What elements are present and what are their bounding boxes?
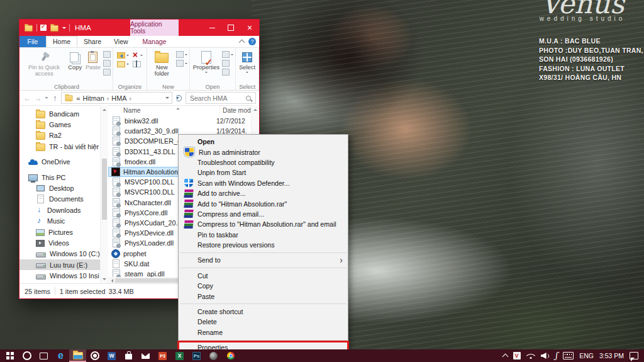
taskbar-start-button[interactable] [1,349,18,362]
tab-home[interactable]: Home [46,36,77,47]
menu-item-copy[interactable]: Copy [179,281,348,291]
sidebar-scrollbar[interactable] [100,105,108,284]
column-header-name[interactable]: Name [108,105,220,116]
sidebar-item-documents[interactable]: Documents [19,194,100,205]
menu-item-run-as-administrator[interactable]: Run as administrator [179,147,348,157]
scroll-down-icon[interactable] [103,278,106,282]
sidebar-item-pictures[interactable]: Pictures [19,227,100,237]
address-dropdown-icon[interactable] [165,97,169,101]
menu-item-restore-previous-versions[interactable]: Restore previous versions [179,240,348,250]
sidebar-item-bandicam[interactable]: Bandicam [19,108,100,119]
taskbar-task-view-button[interactable] [35,349,52,362]
menu-item-cut[interactable]: Cut [179,271,348,281]
scroll-up-icon[interactable] [253,107,257,111]
taskbar-mail-button[interactable] [137,349,154,362]
tray-volume[interactable] [541,352,550,359]
tab-manage[interactable]: Manage [130,36,179,47]
minimize-button[interactable] [203,20,221,36]
application-tools-tab[interactable]: Application Tools [130,20,179,36]
sidebar-item-desktop[interactable]: Desktop [19,183,100,193]
taskbar-cortana-button[interactable] [18,349,35,362]
breadcrumb-root[interactable]: « [76,94,80,102]
menu-item-pin-to-taskbar[interactable]: Pin to taskbar [179,230,348,240]
qat-newfolder-icon[interactable] [50,25,58,31]
scroll-left-icon[interactable] [109,279,113,283]
menu-item-scan-with-windows-defender[interactable]: Scan with Windows Defender... [179,178,348,188]
new-folder-button[interactable]: New folder [149,50,175,77]
easy-access-button[interactable] [176,60,187,67]
back-button[interactable]: ← [23,94,31,103]
tray-clock[interactable]: 3:53 PM [599,352,624,359]
paste-button[interactable]: Paste [84,50,102,71]
sidebar-item-music[interactable]: Music [19,216,100,227]
breadcrumb[interactable]: « Hitman › HMA › [61,92,172,104]
help-icon[interactable]: ? [248,38,256,45]
scroll-up-icon[interactable] [103,107,106,111]
sidebar-item-windows-10-c[interactable]: Windows 10 (C:) [19,249,100,259]
tray-hidden-icons-chevron[interactable] [503,353,508,359]
qat-properties-icon[interactable] [40,25,47,31]
sidebar-item-videos[interactable]: Videos [19,237,100,248]
collapse-ribbon-icon[interactable] [239,40,245,46]
taskbar-file-explorer-button[interactable] [69,349,86,362]
sidebar-item-tr-b-i-vi-t-hi-r[interactable]: TR - bài viết hiệr [19,141,100,152]
sidebar-item-onedrive[interactable]: OneDrive [19,157,100,167]
sidebar-item-windows-10-insi[interactable]: Windows 10 Insi [19,270,100,281]
recent-locations-icon[interactable] [45,97,48,101]
sidebar-item-ra2[interactable]: Ra2 [19,130,100,141]
new-item-button[interactable] [176,51,187,58]
maximize-button[interactable] [221,20,240,36]
close-button[interactable]: × [240,20,259,36]
edit-icon[interactable] [222,60,230,67]
taskbar-powerpoint-button[interactable]: P3 [154,349,171,362]
qat-folder-icon[interactable] [25,25,33,31]
menu-item-send-to[interactable]: Send to› [179,255,348,265]
taskbar-excel-button[interactable]: X [171,349,188,362]
forward-button[interactable]: → [33,94,42,103]
taskbar-edge-button[interactable]: e [52,349,69,362]
taskbar-store-button[interactable] [120,349,137,362]
menu-item-paste[interactable]: Paste [179,291,348,301]
tray-touch-keyboard[interactable] [563,352,574,359]
open-button[interactable] [222,51,233,58]
menu-item-add-to-hitman-absolution-rar[interactable]: Add to "Hitman Absolution.rar" [179,198,348,208]
sidebar-item-games[interactable]: Games [19,119,100,130]
scrollbar-thumb[interactable] [102,159,107,220]
taskbar-bandicam-button[interactable] [86,349,103,362]
pin-to-quick-access-button[interactable]: Pin to Quick access [23,50,65,77]
title-bar[interactable]: HMA Application Tools × [19,20,259,36]
paste-shortcut-icon[interactable] [103,69,111,76]
select-button[interactable]: Select [238,50,257,75]
tab-file[interactable]: File [19,36,46,47]
copy-to-button[interactable] [117,61,129,67]
copy-path-icon[interactable] [103,60,111,67]
menu-item-delete[interactable]: Delete [179,317,348,327]
search-box[interactable] [186,92,256,104]
breadcrumb-item-hitman[interactable]: Hitman [82,94,104,102]
quick-access-toolbar[interactable] [19,23,70,32]
properties-button[interactable]: Properties [192,50,221,75]
menu-item-rename[interactable]: Rename [179,327,348,337]
sidebar-item-downloads[interactable]: Downloads [19,205,100,215]
rename-button[interactable] [133,61,143,67]
qat-dropdown-icon[interactable] [62,27,66,31]
taskbar-photoshop-button[interactable]: Ps [188,349,205,362]
breadcrumb-item-hma[interactable]: HMA [111,94,126,102]
menu-item-troubleshoot-compatibility[interactable]: Troubleshoot compatibility [179,157,348,167]
history-icon[interactable] [222,69,230,76]
sidebar-item-luu-truu-e[interactable]: Luu truu (E:) [19,259,100,270]
search-input[interactable] [189,94,244,103]
tray-unikey-app[interactable]: V [513,352,521,359]
sidebar-item-this-pc[interactable]: This PC [19,172,100,183]
copy-button[interactable]: Copy [67,50,83,71]
cut-icon[interactable] [103,51,111,58]
menu-item-compress-and-email[interactable]: Compress and email... [179,209,348,219]
refresh-button[interactable] [174,95,184,101]
delete-button[interactable] [133,52,143,59]
tab-share[interactable]: Share [77,36,108,47]
menu-item-create-shortcut[interactable]: Create shortcut [179,307,348,317]
menu-item-add-to-archive[interactable]: Add to archive... [179,188,348,198]
up-button[interactable]: ↑ [50,94,59,103]
move-to-button[interactable] [117,52,129,59]
taskbar-word-button[interactable]: W [103,349,120,362]
